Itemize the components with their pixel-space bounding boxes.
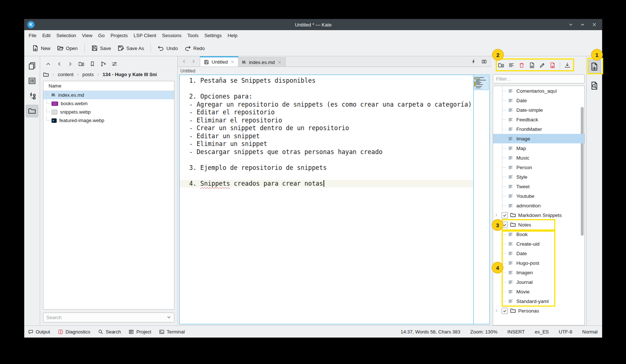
editor-text[interactable]: 1. Pestaña se Snippets disponibles 2. Op… — [180, 75, 473, 324]
repo-personas[interactable]: Personas — [493, 306, 584, 315]
snippet-hugo-post[interactable]: Hugo-post — [493, 258, 584, 268]
snippet-person[interactable]: Person — [493, 163, 584, 172]
zoom-indicator[interactable]: Zoom: 130% — [470, 329, 498, 335]
open-button[interactable]: Open — [54, 43, 81, 54]
snippet-date[interactable]: Date — [493, 249, 584, 258]
repo-markdown-snippets[interactable]: Markdown Snippets — [493, 210, 584, 220]
repo-notes[interactable]: Notes — [493, 220, 584, 229]
file-row-index-es-md[interactable]: M↓index.es.md — [43, 91, 174, 99]
outline-tool-button[interactable] — [26, 75, 38, 87]
new-button[interactable]: New — [29, 43, 54, 54]
menu-item-settings[interactable]: Settings — [201, 31, 224, 40]
input-mode-indicator[interactable]: INSERT — [507, 329, 525, 335]
menu-item-projects[interactable]: Projects — [107, 31, 131, 40]
snippet-frontmatter[interactable]: FrontMatter — [493, 124, 584, 134]
options-button[interactable] — [109, 59, 119, 69]
tab-index-es-md[interactable]: M↓index.es.md — [238, 57, 285, 67]
bookmarks-button[interactable] — [87, 59, 97, 69]
menu-item-file[interactable]: File — [26, 31, 39, 40]
snippet-date[interactable]: Date — [493, 96, 584, 105]
snippet-comentarios-aqu-[interactable]: Comentarios_aquí — [493, 86, 584, 96]
minimap-viewport[interactable] — [474, 76, 489, 90]
breadcrumb-item-posts[interactable]: posts — [82, 72, 94, 77]
save-button[interactable]: Save — [88, 43, 114, 54]
snippet-journal[interactable]: Journal — [493, 277, 584, 287]
delete-repository-button[interactable] — [517, 60, 527, 70]
menu-item-lsp-client[interactable]: LSP Client — [131, 31, 159, 40]
edit-snippet-button[interactable] — [537, 60, 547, 70]
editor-line[interactable]: 3. Ejemplo de repositorio de snippets — [180, 164, 473, 172]
editor-line[interactable] — [180, 172, 473, 180]
file-row-snippets-webp[interactable]: snippets.webp — [43, 108, 174, 116]
snippet-date-simple[interactable]: Date-simple — [493, 105, 584, 115]
editor-line[interactable] — [180, 85, 473, 93]
file-row-featured-image-webp[interactable]: featured-image.webp — [43, 116, 174, 125]
snippet-feedback[interactable]: Feedback — [493, 115, 584, 124]
checkbox[interactable] — [502, 308, 508, 314]
snippet-map[interactable]: Map — [493, 143, 584, 153]
status-diagnostics-button[interactable]: Diagnostics — [58, 329, 90, 335]
editor-view[interactable]: 1. Pestaña se Snippets disponibles 2. Op… — [179, 75, 490, 324]
save-as-button[interactable]: Save As — [114, 43, 147, 54]
editor-line[interactable]: - Eliminar un snippet — [180, 140, 473, 148]
snippets-filter-input[interactable] — [493, 74, 585, 83]
editor-line[interactable]: 4. Snippets creados para crear notas — [180, 180, 473, 188]
status-search-button[interactable]: Search — [98, 329, 121, 335]
file-search-input[interactable] — [43, 313, 174, 322]
tab-back-button[interactable] — [181, 59, 187, 64]
close-icon[interactable] — [277, 60, 282, 64]
snippet-movie[interactable]: Movie — [493, 287, 584, 296]
dictionary-indicator[interactable]: es_ES — [535, 329, 549, 335]
session-indicator[interactable]: Normal — [582, 329, 598, 335]
snippets-tool-button[interactable] — [588, 60, 601, 73]
checkbox[interactable] — [502, 212, 508, 218]
menu-item-selection[interactable]: Selection — [53, 31, 79, 40]
status-output-button[interactable]: Output — [28, 329, 50, 335]
menu-item-go[interactable]: Go — [95, 31, 107, 40]
delete-snippet-button[interactable] — [548, 60, 558, 70]
snippet-admonition[interactable]: admonition — [493, 201, 584, 210]
redo-button[interactable]: Redo — [181, 43, 208, 54]
chevron-right-icon[interactable] — [494, 213, 499, 217]
undo-button[interactable]: Undo — [154, 43, 181, 54]
editor-line[interactable]: 2. Opciones para: — [180, 93, 473, 101]
tab-forward-button[interactable] — [191, 59, 196, 64]
chevron-down-icon[interactable] — [166, 315, 171, 320]
snippet-book[interactable]: Book — [493, 229, 584, 239]
editor-line[interactable]: 1. Pestaña se Snippets disponibles — [180, 77, 473, 85]
editor-line[interactable]: - Eliminar el repositorio — [180, 117, 473, 125]
filesystem-tool-button[interactable] — [26, 105, 38, 117]
snippet-music[interactable]: Music — [493, 153, 584, 163]
snippet-image[interactable]: Image — [493, 134, 584, 143]
menu-item-view[interactable]: View — [79, 31, 95, 40]
documents-tool-button[interactable] — [26, 60, 38, 72]
up-button[interactable] — [43, 59, 53, 69]
snippet-style[interactable]: Style — [493, 172, 584, 182]
snippet-youtube[interactable]: Youtube — [493, 191, 584, 201]
back-button[interactable] — [54, 59, 64, 69]
edit-repository-button[interactable] — [506, 60, 516, 70]
close-icon[interactable] — [230, 60, 234, 64]
editor-line[interactable]: - Editar un snippet — [180, 132, 473, 140]
add-repository-button[interactable] — [496, 60, 506, 70]
add-snippet-button[interactable] — [527, 60, 537, 70]
cursor-position-indicator[interactable]: 14:37, Words 58, Chars 383 — [400, 329, 460, 335]
download-snippets-button[interactable] — [562, 60, 572, 70]
menu-item-help[interactable]: Help — [224, 31, 240, 40]
status-project-button[interactable]: Project — [128, 329, 151, 335]
preview-tool-button[interactable] — [588, 79, 601, 92]
minimize-button[interactable] — [568, 22, 573, 27]
editor-line[interactable]: - Descargar snippets que otras personas … — [180, 148, 473, 156]
menu-item-tools[interactable]: Tools — [184, 31, 201, 40]
new-folder-button[interactable] — [76, 59, 86, 69]
file-row-books-webm[interactable]: books.webm — [43, 99, 174, 108]
minimap-scrollbar[interactable] — [473, 75, 489, 324]
quick-open-button[interactable] — [471, 59, 476, 64]
symbols-tool-button[interactable] — [26, 90, 38, 102]
encoding-indicator[interactable]: UTF-8 — [559, 329, 572, 335]
menu-item-sessions[interactable]: Sessions — [159, 31, 184, 40]
snippet-standard-yaml[interactable]: Standard-yaml — [493, 296, 584, 306]
menu-item-edit[interactable]: Edit — [39, 31, 53, 40]
snippet-imagen[interactable]: Imagen — [493, 268, 584, 277]
tab-untitled[interactable]: Untitled — [200, 56, 238, 67]
